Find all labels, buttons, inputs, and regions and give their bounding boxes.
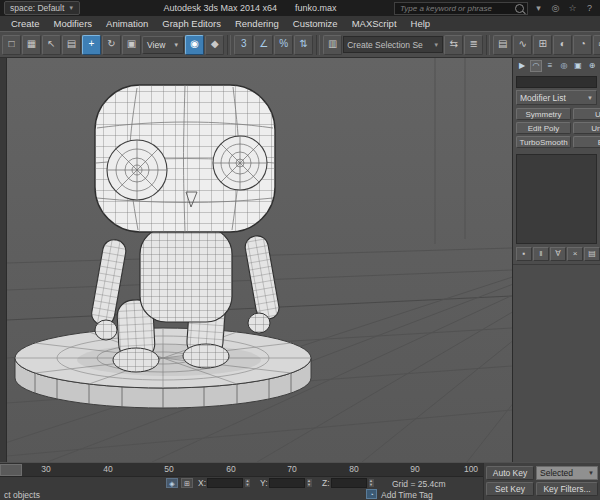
menu-item-modifiers[interactable]: Modifiers bbox=[47, 16, 100, 31]
add-time-tag[interactable]: Add Time Tag bbox=[381, 490, 433, 500]
perspective-viewport[interactable] bbox=[7, 58, 512, 462]
communication-center-icon[interactable]: ◎ bbox=[549, 3, 562, 13]
left-foot bbox=[113, 348, 159, 372]
modifier-button-e[interactable]: E bbox=[573, 136, 600, 148]
curve-editor-icon[interactable]: ∿ bbox=[513, 35, 532, 55]
search-field-wrap bbox=[394, 2, 528, 15]
select-and-manipulate-icon[interactable]: ◆ bbox=[205, 35, 224, 55]
tab-create[interactable]: ▶ bbox=[516, 60, 528, 72]
absolute-offset-toggle-icon[interactable]: ⊞ bbox=[181, 478, 193, 488]
select-by-name-icon[interactable]: ▤ bbox=[62, 35, 81, 55]
file-name: funko.max bbox=[295, 3, 337, 13]
spinner-icon[interactable]: ▲▼ bbox=[368, 478, 375, 488]
edit-named-selection-sets-icon[interactable]: ▥ bbox=[323, 35, 342, 55]
left-hand bbox=[95, 320, 117, 340]
tab-utilities[interactable]: ⊕ bbox=[586, 60, 598, 72]
search-icon[interactable] bbox=[515, 4, 524, 13]
menu-item-rendering[interactable]: Rendering bbox=[228, 16, 286, 31]
toolbar-separator bbox=[486, 35, 490, 55]
bottom-bars: 30 40 50 60 70 80 90 100 ◈ ⊞ X: ▲▼ Y: ▲▼… bbox=[0, 462, 600, 500]
time-tag-icon[interactable]: ◔ bbox=[366, 489, 377, 499]
modifier-button-turbosmooth[interactable]: TurboSmooth bbox=[516, 136, 571, 148]
pin-stack-icon[interactable]: ▪ bbox=[516, 247, 532, 261]
menu-item-animation[interactable]: Animation bbox=[99, 16, 155, 31]
tab-modify[interactable]: ◠ bbox=[530, 60, 542, 72]
material-editor-icon[interactable]: ◐ bbox=[553, 35, 572, 55]
coord-x-group: X: ▲▼ bbox=[198, 478, 251, 488]
modifier-list-dropdown[interactable]: Modifier List ▼ bbox=[516, 90, 597, 105]
modifier-stack-tools: ▪ ‖ ∀ × ▤ bbox=[513, 246, 600, 265]
named-selection-set-label: Create Selection Se bbox=[347, 40, 423, 50]
tab-display[interactable]: ▣ bbox=[572, 60, 584, 72]
coord-y-input[interactable] bbox=[269, 478, 305, 488]
angle-snap-icon[interactable]: ∠ bbox=[254, 35, 273, 55]
spinner-icon[interactable]: ▲▼ bbox=[244, 478, 251, 488]
show-end-result-icon[interactable]: ‖ bbox=[533, 247, 549, 261]
modifier-button-symmetry[interactable]: Symmetry bbox=[516, 108, 571, 120]
infocenter-dropdown-icon[interactable]: ▾ bbox=[532, 3, 545, 13]
chevron-down-icon: ▼ bbox=[173, 42, 179, 48]
search-input[interactable] bbox=[398, 3, 513, 14]
select-object-icon[interactable]: ↖ bbox=[42, 35, 61, 55]
menu-item-maxscript[interactable]: MAXScript bbox=[345, 16, 404, 31]
3dsmax-window: { "title_bar": { "workspace_label": "spa… bbox=[0, 0, 600, 500]
select-and-move-icon[interactable]: + bbox=[82, 35, 101, 55]
left-eye bbox=[107, 140, 167, 200]
named-selection-set-dropdown[interactable]: Create Selection Se ▼ bbox=[343, 36, 443, 53]
modifier-button-uv[interactable]: UV bbox=[573, 108, 600, 120]
selection-lock-icon[interactable]: ◈ bbox=[166, 478, 178, 488]
window-crossing-icon[interactable]: ▦ bbox=[22, 35, 41, 55]
timeline-tick: 80 bbox=[349, 464, 358, 474]
coord-z-input[interactable] bbox=[331, 478, 367, 488]
time-slider-handle[interactable] bbox=[0, 464, 22, 476]
animation-controls: Auto Key Selected ▼ Set Key Key Filters.… bbox=[483, 463, 600, 500]
snaps-toggle-icon[interactable]: 3 bbox=[234, 35, 253, 55]
workspace-dropdown[interactable]: space: Default ▼ bbox=[4, 1, 80, 15]
menu-item-create[interactable]: Create bbox=[4, 16, 47, 31]
remove-modifier-icon[interactable]: × bbox=[567, 247, 583, 261]
chevron-down-icon: ▼ bbox=[68, 5, 74, 11]
schematic-view-icon[interactable]: ⊞ bbox=[533, 35, 552, 55]
key-filters-button[interactable]: Key Filters... bbox=[536, 482, 598, 496]
help-icon[interactable]: ? bbox=[583, 3, 596, 13]
window-title: Autodesk 3ds Max 2014 x64 funko.max bbox=[100, 0, 400, 16]
object-name-field[interactable] bbox=[516, 76, 597, 88]
menu-item-help[interactable]: Help bbox=[404, 16, 438, 31]
app-name: Autodesk 3ds Max 2014 x64 bbox=[163, 3, 277, 13]
tab-hierarchy[interactable]: ≡ bbox=[544, 60, 556, 72]
spinner-icon[interactable]: ▲▼ bbox=[306, 478, 313, 488]
percent-snap-icon[interactable]: % bbox=[274, 35, 293, 55]
viewport-canvas[interactable] bbox=[7, 58, 512, 462]
menu-item-graph-editors[interactable]: Graph Editors bbox=[155, 16, 228, 31]
selected-dropdown[interactable]: Selected ▼ bbox=[536, 466, 598, 480]
viewport-edge-strip bbox=[0, 58, 7, 462]
modifier-button-unwrap[interactable]: Unwr bbox=[573, 122, 600, 134]
auto-key-button[interactable]: Auto Key bbox=[486, 466, 534, 480]
selection-region-icon[interactable]: □ bbox=[2, 35, 21, 55]
select-and-scale-icon[interactable]: ▣ bbox=[122, 35, 141, 55]
use-pivot-point-icon[interactable]: ◉ bbox=[185, 35, 204, 55]
align-icon[interactable]: ≣ bbox=[464, 35, 483, 55]
favorites-icon[interactable]: ☆ bbox=[566, 3, 579, 13]
spinner-snap-icon[interactable]: ⇅ bbox=[294, 35, 313, 55]
modifier-button-edit-poly[interactable]: Edit Poly bbox=[516, 122, 571, 134]
modifier-stack-list[interactable] bbox=[516, 154, 597, 244]
timeline-tick: 70 bbox=[287, 464, 296, 474]
reference-coordinate-label: View bbox=[147, 40, 165, 50]
select-and-rotate-icon[interactable]: ↻ bbox=[102, 35, 121, 55]
tab-motion[interactable]: ◎ bbox=[558, 60, 570, 72]
coord-x-input[interactable] bbox=[207, 478, 243, 488]
make-unique-icon[interactable]: ∀ bbox=[550, 247, 566, 261]
menu-item-customize[interactable]: Customize bbox=[286, 16, 345, 31]
configure-modifier-sets-icon[interactable]: ▤ bbox=[584, 247, 600, 261]
layer-manager-icon[interactable]: ▤ bbox=[493, 35, 512, 55]
rendered-frame-icon[interactable]: ▭ bbox=[593, 35, 600, 55]
timeline-tick: 100 bbox=[464, 464, 478, 474]
timeline-tick: 40 bbox=[103, 464, 112, 474]
render-setup-icon[interactable]: ◔ bbox=[573, 35, 592, 55]
mirror-icon[interactable]: ⇆ bbox=[444, 35, 463, 55]
reference-coordinate-dropdown[interactable]: View ▼ bbox=[142, 36, 184, 54]
status-coord-row: ◈ ⊞ X: ▲▼ Y: ▲▼ Z: ▲▼ Grid = 25.4cm bbox=[0, 477, 483, 489]
set-key-button[interactable]: Set Key bbox=[486, 482, 534, 496]
track-bar[interactable]: 30 40 50 60 70 80 90 100 bbox=[0, 463, 483, 477]
